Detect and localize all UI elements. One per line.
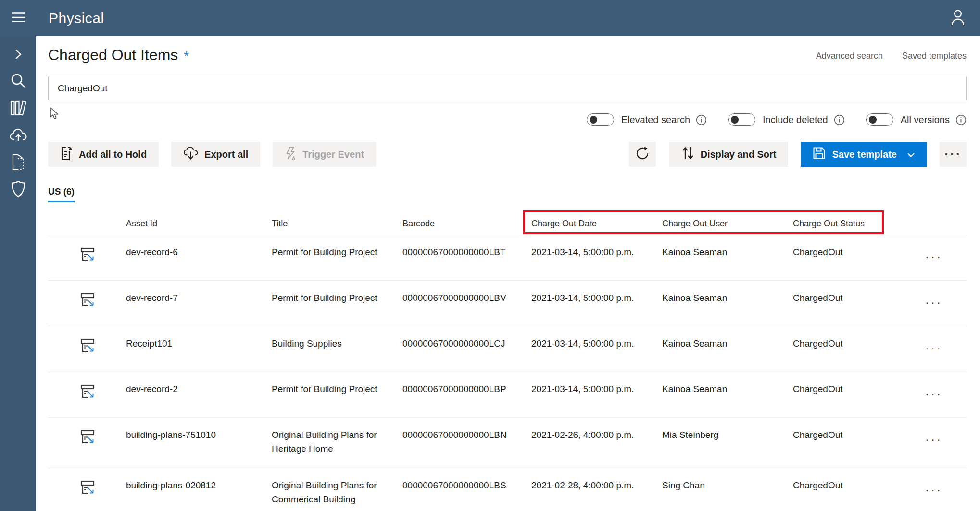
more-actions-button[interactable]: ··· bbox=[940, 142, 967, 167]
top-app-bar: Physical bbox=[0, 0, 980, 36]
table-row[interactable]: dev-record-2 Permit for Building Project… bbox=[48, 372, 967, 417]
cell-barcode: 00000067000000000LCJ bbox=[402, 337, 531, 360]
cloud-upload-icon bbox=[9, 128, 27, 144]
ellipsis-icon: ··· bbox=[925, 250, 942, 263]
toggle-knob bbox=[731, 116, 739, 124]
column-header-charge-out-user[interactable]: Charge Out User bbox=[662, 219, 793, 229]
include-deleted-toggle[interactable] bbox=[728, 113, 755, 126]
all-versions-toggle[interactable] bbox=[866, 113, 893, 126]
cell-charge-out-date: 2021-03-14, 5:00:00 p.m. bbox=[531, 245, 662, 268]
info-icon[interactable] bbox=[834, 114, 845, 125]
unsaved-asterisk: * bbox=[184, 49, 189, 64]
table-row[interactable]: building-plans-020812 Original Building … bbox=[48, 468, 967, 511]
row-more-button[interactable]: ··· bbox=[889, 337, 967, 360]
trigger-event-button[interactable]: A Trigger Event bbox=[273, 142, 376, 167]
chevron-down-icon bbox=[907, 149, 915, 160]
save-template-button[interactable]: Save template bbox=[801, 142, 927, 167]
chevron-right-icon bbox=[14, 49, 23, 62]
search-input[interactable] bbox=[48, 76, 967, 100]
results-table-body: dev-record-6 Permit for Building Project… bbox=[48, 235, 967, 511]
row-more-button[interactable]: ··· bbox=[889, 245, 967, 268]
include-deleted-label: Include deleted bbox=[763, 114, 828, 125]
cell-charge-out-date: 2021-03-14, 5:00:00 p.m. bbox=[531, 337, 662, 360]
export-all-button[interactable]: Export all bbox=[171, 142, 260, 167]
column-header-barcode[interactable]: Barcode bbox=[402, 219, 531, 229]
cell-charge-out-date: 2021-02-26, 4:00:00 p.m. bbox=[531, 428, 662, 456]
cell-charge-out-user: Sing Chan bbox=[662, 478, 793, 506]
row-more-button[interactable]: ··· bbox=[889, 428, 967, 456]
cell-asset-id: dev-record-2 bbox=[115, 382, 272, 405]
cell-charge-out-date: 2021-03-14, 5:00:00 p.m. bbox=[531, 382, 662, 405]
charged-out-record-icon[interactable] bbox=[78, 348, 97, 358]
cell-asset-id: dev-record-6 bbox=[115, 245, 272, 268]
add-to-hold-icon bbox=[60, 146, 73, 163]
column-header-charge-out-date[interactable]: Charge Out Date bbox=[531, 219, 662, 229]
add-all-to-hold-button[interactable]: Add all to Hold bbox=[48, 142, 159, 167]
table-header-row: Asset Id Title Barcode Charge Out Date C… bbox=[48, 212, 967, 235]
cell-charge-out-status: ChargedOut bbox=[793, 382, 889, 405]
cell-barcode: 00000067000000000LBS bbox=[402, 478, 531, 506]
column-header-title[interactable]: Title bbox=[272, 219, 402, 229]
trigger-event-label: Trigger Event bbox=[302, 149, 364, 160]
cell-barcode: 00000067000000000LBN bbox=[402, 428, 531, 456]
cell-asset-id: building-plans-751010 bbox=[115, 428, 272, 456]
table-row[interactable]: dev-record-6 Permit for Building Project… bbox=[48, 235, 967, 280]
hamburger-icon bbox=[11, 12, 25, 25]
sidebar-item-library[interactable] bbox=[0, 96, 36, 123]
toggle-knob bbox=[590, 116, 597, 124]
main-content: Charged Out Items * Advanced search Save… bbox=[36, 36, 980, 511]
cell-barcode: 00000067000000000LBT bbox=[402, 245, 531, 268]
expand-sidebar-button[interactable] bbox=[0, 42, 36, 69]
sidebar-item-documents[interactable] bbox=[0, 150, 36, 176]
column-header-asset-id[interactable]: Asset Id bbox=[115, 219, 272, 229]
document-icon bbox=[11, 153, 26, 173]
info-icon[interactable] bbox=[696, 114, 707, 125]
cell-asset-id: dev-record-7 bbox=[115, 291, 272, 314]
row-more-button[interactable]: ··· bbox=[889, 478, 967, 506]
row-more-button[interactable]: ··· bbox=[889, 291, 967, 314]
sidebar-item-upload[interactable] bbox=[0, 123, 36, 150]
charged-out-record-icon[interactable] bbox=[78, 393, 97, 403]
tab-us-results[interactable]: US (6) bbox=[48, 187, 75, 202]
refresh-button[interactable] bbox=[629, 142, 656, 167]
info-icon[interactable] bbox=[955, 114, 967, 125]
cell-charge-out-user: Kainoa Seaman bbox=[662, 337, 793, 360]
ellipsis-icon: ··· bbox=[925, 296, 942, 309]
charged-out-record-icon[interactable] bbox=[78, 489, 97, 499]
refresh-icon bbox=[635, 146, 650, 163]
ellipsis-icon: ··· bbox=[925, 387, 942, 400]
cell-charge-out-user: Mia Steinberg bbox=[662, 428, 793, 456]
saved-templates-link[interactable]: Saved templates bbox=[902, 51, 967, 61]
svg-text:A: A bbox=[292, 156, 295, 161]
column-icon-spacer bbox=[48, 219, 115, 229]
display-and-sort-button[interactable]: Display and Sort bbox=[669, 142, 789, 167]
actions-toolbar: Add all to Hold Export all A Trigger Eve… bbox=[48, 142, 967, 167]
column-header-charge-out-status[interactable]: Charge Out Status bbox=[793, 219, 889, 229]
cell-charge-out-user: Kainoa Seaman bbox=[662, 245, 793, 268]
charged-out-record-icon[interactable] bbox=[78, 256, 97, 266]
cell-charge-out-date: 2021-03-14, 5:00:00 p.m. bbox=[531, 291, 662, 314]
save-icon bbox=[813, 147, 826, 162]
cell-charge-out-status: ChargedOut bbox=[793, 337, 889, 360]
table-row[interactable]: Receipt101 Building Supplies 00000067000… bbox=[48, 326, 967, 372]
search-icon bbox=[10, 73, 27, 92]
charged-out-record-icon[interactable] bbox=[78, 302, 97, 312]
person-icon bbox=[949, 8, 967, 28]
sidebar-item-security[interactable] bbox=[0, 176, 36, 203]
cell-charge-out-status: ChargedOut bbox=[793, 428, 889, 456]
cell-charge-out-date: 2021-02-28, 4:00:00 p.m. bbox=[531, 478, 662, 506]
hamburger-menu-button[interactable] bbox=[0, 0, 36, 36]
cell-title: Building Supplies bbox=[272, 337, 402, 360]
elevated-search-toggle[interactable] bbox=[587, 113, 614, 126]
table-row[interactable]: dev-record-7 Permit for Building Project… bbox=[48, 280, 967, 326]
user-account-button[interactable] bbox=[949, 8, 967, 28]
cell-asset-id: Receipt101 bbox=[115, 337, 272, 360]
charged-out-record-icon[interactable] bbox=[78, 439, 97, 449]
sidebar-item-search[interactable] bbox=[0, 69, 36, 96]
advanced-search-link[interactable]: Advanced search bbox=[816, 51, 883, 61]
row-more-button[interactable]: ··· bbox=[889, 382, 967, 405]
table-row[interactable]: building-plans-751010 Original Building … bbox=[48, 417, 967, 468]
display-and-sort-label: Display and Sort bbox=[701, 149, 777, 160]
lightning-icon: A bbox=[285, 146, 296, 163]
cell-title: Original Building Plans for Heritage Hom… bbox=[272, 428, 402, 456]
